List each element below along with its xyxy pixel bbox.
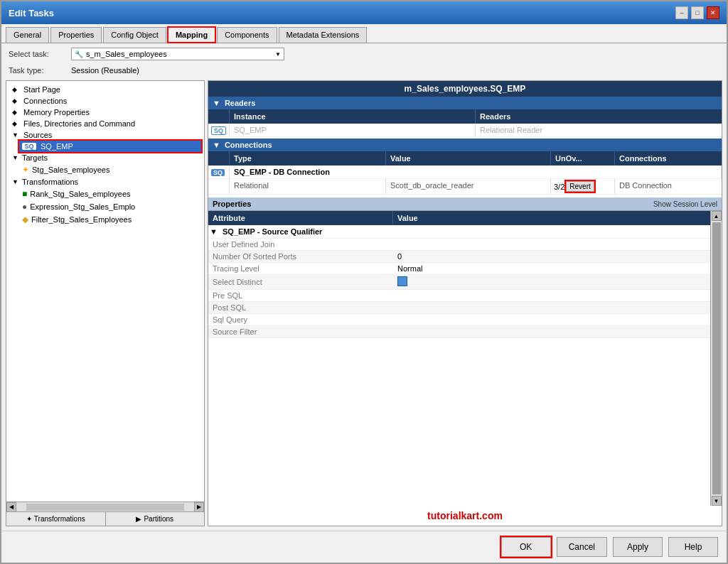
conn-col-0 bbox=[208, 151, 230, 166]
props-row-post-sql: Post SQL bbox=[208, 302, 710, 314]
targets-group-children: ✦ Stg_Sales_employees bbox=[19, 163, 201, 176]
props-sq-header-row: ▼ SQ_EMP - Source Qualifier bbox=[208, 225, 710, 239]
edit-tasks-window: Edit Tasks – □ ✕ General Properties Conf… bbox=[0, 0, 728, 564]
tree-item-files-dirs[interactable]: ◆ Files, Directories and Command bbox=[9, 118, 201, 129]
tree-item-targets-group[interactable]: ▼ Targets bbox=[9, 152, 201, 163]
connections-section: ▼ Connections Type Value UnOv... Connect… bbox=[208, 139, 722, 195]
properties-section-label: Properties bbox=[213, 200, 251, 208]
sq-badge: SQ bbox=[22, 143, 36, 150]
transformations-bottom-tab[interactable]: ✦ Transformations bbox=[6, 512, 106, 526]
watermark: tutorialkart.com bbox=[208, 506, 722, 526]
diamond-icon: ◆ bbox=[12, 86, 21, 93]
scroll-down-arrow-icon[interactable]: ▼ bbox=[712, 496, 722, 506]
scroll-right-arrow-icon[interactable]: ▶ bbox=[194, 502, 204, 512]
tree-label-rank-stg: Rank_Stg_Sales_employees bbox=[30, 190, 130, 198]
sq-fill-badge: SQ bbox=[211, 169, 225, 176]
tree-label-start-page: Start Page bbox=[23, 85, 60, 94]
tree-label-files-dirs: Files, Directories and Command bbox=[23, 119, 135, 128]
tab-properties[interactable]: Properties bbox=[50, 27, 102, 43]
tab-mapping[interactable]: Mapping bbox=[168, 27, 215, 43]
partitions-tab-icon: ▶ bbox=[136, 515, 141, 523]
conn-col-value: Value bbox=[386, 151, 551, 166]
readers-section: ▼ Readers Instance Readers SQ SQ_EMP Rel… bbox=[208, 97, 722, 137]
tab-components[interactable]: Components bbox=[217, 27, 277, 43]
props-col-headers: Attribute Value bbox=[208, 211, 710, 225]
tab-general[interactable]: General bbox=[6, 27, 49, 43]
conn-row1-type: SQ_EMP - DB Connection bbox=[230, 166, 722, 178]
readers-col-readers: Readers bbox=[476, 109, 722, 124]
transformations-group-children: ■ Rank_Stg_Sales_employees ● Expression_… bbox=[19, 188, 201, 226]
tree-item-connections[interactable]: ◆ Connections bbox=[9, 95, 201, 107]
props-col-value: Value bbox=[393, 211, 710, 225]
readers-row-reader: Relational Reader bbox=[476, 124, 722, 136]
scroll-left-arrow-icon[interactable]: ◀ bbox=[6, 502, 16, 512]
task-type-label: Task type: bbox=[9, 66, 65, 75]
props-val-sorted-ports: 0 bbox=[393, 251, 710, 262]
props-row-sql-query: Sql Query bbox=[208, 314, 710, 326]
unov-value: 3/2 bbox=[554, 183, 564, 191]
props-val-post-sql[interactable] bbox=[393, 302, 710, 313]
props-attr-sql-query: Sql Query bbox=[208, 314, 393, 325]
section-title: m_Sales_employees.SQ_EMP bbox=[208, 81, 722, 97]
footer: OK Cancel Apply Help bbox=[1, 531, 727, 563]
right-panel: m_Sales_employees.SQ_EMP ▼ Readers Insta… bbox=[208, 80, 722, 526]
props-val-pre-sql[interactable] bbox=[393, 290, 710, 301]
tree-item-transformations-group[interactable]: ▼ Transformations bbox=[9, 176, 201, 188]
props-attr-user-join: User Defined Join bbox=[208, 239, 393, 250]
select-distinct-checkbox[interactable] bbox=[397, 276, 407, 286]
maximize-button[interactable]: □ bbox=[691, 6, 704, 19]
expr-icon: ● bbox=[22, 202, 27, 212]
minimize-button[interactable]: – bbox=[675, 6, 688, 19]
rank-icon: ■ bbox=[22, 189, 27, 199]
tree-item-start-page[interactable]: ◆ Start Page bbox=[9, 84, 201, 95]
props-sq-expand[interactable]: ▼ bbox=[208, 225, 220, 238]
props-val-tracing: Normal bbox=[393, 263, 710, 274]
props-val-sql-query[interactable] bbox=[393, 314, 710, 325]
props-row-tracing: Tracing Level Normal bbox=[208, 263, 710, 275]
tree-item-sq-emp[interactable]: SQ SQ_EMP bbox=[19, 141, 201, 152]
properties-table: Attribute Value ▼ SQ_EMP - Source Qualif… bbox=[208, 211, 710, 506]
tree-item-expr-stg[interactable]: ● Expression_Stg_Sales_Emplo bbox=[19, 200, 201, 213]
tree-item-memory-props[interactable]: ◆ Memory Properties bbox=[9, 107, 201, 118]
task-type-row: Task type: Session (Reusable) bbox=[1, 65, 727, 76]
props-row-source-filter: Source Filter bbox=[208, 326, 710, 338]
tab-metadata-extensions[interactable]: Metadata Extensions bbox=[279, 27, 368, 43]
props-val-source-filter[interactable] bbox=[393, 326, 710, 337]
revert-button[interactable]: Revert bbox=[566, 181, 594, 192]
window-title: Edit Tasks bbox=[9, 8, 54, 18]
main-content: ◆ Start Page ◆ Connections ◆ Memory Prop… bbox=[1, 76, 727, 531]
tree-label-memory-props: Memory Properties bbox=[23, 108, 90, 116]
props-col-attribute: Attribute bbox=[208, 211, 393, 225]
tree-item-rank-stg[interactable]: ■ Rank_Stg_Sales_employees bbox=[19, 188, 201, 200]
conn-row-2: Relational Scott_db_oracle_reader 3/2 Re… bbox=[208, 179, 722, 195]
tree-item-sources-group[interactable]: ▼ Sources bbox=[9, 129, 201, 141]
apply-button[interactable]: Apply bbox=[613, 537, 663, 557]
scroll-thumb[interactable] bbox=[712, 222, 721, 494]
left-tree: ◆ Start Page ◆ Connections ◆ Memory Prop… bbox=[6, 81, 204, 501]
partitions-bottom-tab[interactable]: ▶ Partitions bbox=[106, 512, 205, 526]
scroll-up-arrow-icon[interactable]: ▲ bbox=[712, 211, 722, 221]
left-scrollbar[interactable]: ◀ ▶ bbox=[6, 501, 204, 511]
title-bar: Edit Tasks – □ ✕ bbox=[1, 1, 727, 24]
tree-item-stg-sales[interactable]: ✦ Stg_Sales_employees bbox=[19, 163, 201, 176]
close-button[interactable]: ✕ bbox=[707, 6, 719, 19]
diamond-icon: ◆ bbox=[12, 97, 21, 104]
diamond-icon: ◆ bbox=[12, 109, 21, 116]
cancel-button[interactable]: Cancel bbox=[557, 537, 607, 557]
readers-collapse-icon: ▼ bbox=[213, 99, 220, 107]
scroll-thumb[interactable] bbox=[26, 504, 184, 511]
props-val-select-distinct[interactable] bbox=[393, 275, 710, 289]
task-select-dropdown[interactable]: 🔧 s_m_Sales_employees ▼ bbox=[71, 48, 284, 60]
conn-row2-value: Scott_db_oracle_reader bbox=[386, 179, 551, 194]
props-val-user-join[interactable] bbox=[393, 239, 710, 250]
ok-button[interactable]: OK bbox=[501, 537, 551, 557]
connections-section-label: Connections bbox=[225, 141, 272, 149]
left-bottom-tabs: ✦ Transformations ▶ Partitions bbox=[6, 511, 204, 526]
tree-item-filter-stg[interactable]: ◆ Filter_Stg_Sales_Employees bbox=[19, 213, 201, 226]
help-button[interactable]: Help bbox=[668, 537, 718, 557]
props-row-pre-sql: Pre SQL bbox=[208, 290, 710, 302]
sources-group-label: Sources bbox=[23, 131, 52, 139]
props-scrollbar[interactable]: ▲ ▼ bbox=[710, 211, 722, 506]
show-session-button[interactable]: Show Session Level bbox=[653, 200, 717, 208]
tab-config-object[interactable]: Config Object bbox=[103, 27, 166, 43]
